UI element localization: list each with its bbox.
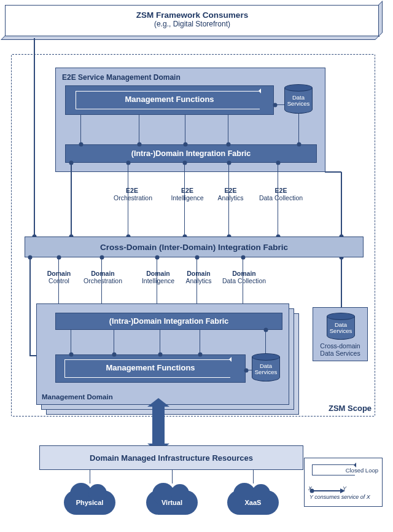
- cloud-virtual-label: Virtual: [161, 499, 182, 506]
- dom-control-label: DomainControl: [44, 270, 74, 284]
- legend-consume-label: Y consumes service of X: [309, 494, 378, 500]
- e2e-management-functions: Management Functions: [65, 85, 274, 115]
- cross-domain-data-services-box: Data Services Cross-domain Data Services: [313, 307, 368, 361]
- mgmt-functions: Management Functions: [55, 354, 246, 383]
- mgmt-integration-fabric: (Intra-)Domain Integration Fabric: [55, 313, 282, 330]
- legend-loop-label: Closed Loop: [346, 467, 378, 474]
- e2e-data-services-db: Data Services: [284, 84, 313, 114]
- consumers-title: ZSM Framework Consumers: [6, 6, 379, 20]
- cloud-physical: Physical: [64, 490, 115, 515]
- e2e-domain-title: E2E Service Management Domain: [62, 73, 181, 82]
- mgmt-fabric-label: (Intra-)Domain Integration Fabric: [109, 317, 228, 326]
- legend-x: X: [308, 485, 312, 491]
- cross-ds-db: Data Services: [327, 313, 355, 340]
- management-domain-box: (Intra-)Domain Integration Fabric Manage…: [36, 303, 289, 405]
- cloud-xaas: XaaS: [227, 490, 279, 515]
- cloud-virtual: Virtual: [146, 490, 198, 515]
- mgmt-closed-loop-icon: [64, 359, 230, 378]
- cross-fabric-label: Cross-Domain (Inter-Domain) Integration …: [100, 243, 288, 252]
- infra-label: Domain Managed Infrastructure Resources: [90, 453, 253, 463]
- legend-box: Closed Loop Y consumes service of X X Y: [304, 458, 383, 507]
- dom-intel-label: DomainIntelligence: [138, 270, 178, 284]
- dom-datacol-label: DomainData Collection: [218, 270, 270, 284]
- e2e-analytics-label: E2EAnalytics: [214, 187, 247, 201]
- mgmt-data-services-db: Data Services: [252, 353, 280, 381]
- cross-ds-title: Cross-domain Data Services: [313, 342, 367, 357]
- legend-y: Y: [343, 485, 346, 491]
- e2e-datacol-label: E2EData Collection: [255, 187, 307, 201]
- consumers-subtitle: (e.g., Digital Storefront): [6, 20, 379, 28]
- consumers-box: ZSM Framework Consumers (e.g., Digital S…: [5, 5, 379, 37]
- e2e-orch-label: E2EOrchestration: [114, 187, 150, 201]
- e2e-integration-fabric: (Intra-)Domain Integration Fabric: [65, 144, 317, 163]
- mgmt-to-infra-arrow: [152, 407, 165, 444]
- infrastructure-resources-box: Domain Managed Infrastructure Resources: [39, 445, 303, 470]
- e2e-domain-box: E2E Service Management Domain Management…: [55, 68, 325, 172]
- cross-domain-fabric: Cross-Domain (Inter-Domain) Integration …: [25, 237, 364, 257]
- cloud-xaas-label: XaaS: [245, 499, 262, 506]
- e2e-closed-loop-icon: [76, 91, 260, 109]
- mgmt-domain-title: Management Domain: [42, 393, 113, 401]
- e2e-fabric-label: (Intra-)Domain Integration Fabric: [131, 149, 251, 158]
- e2e-intel-label: E2EIntelligence: [169, 187, 206, 201]
- e2e-ds-label: Data Services: [285, 95, 312, 107]
- dom-analytics-label: DomainAnalytics: [182, 270, 216, 284]
- dom-orch-label: DomainOrchestration: [80, 270, 126, 284]
- zsm-scope-label: ZSM Scope: [329, 404, 372, 413]
- cloud-physical-label: Physical: [76, 499, 104, 506]
- mgmt-ds-label: Data Services: [252, 363, 279, 375]
- cross-ds-db-label: Data Services: [327, 322, 354, 334]
